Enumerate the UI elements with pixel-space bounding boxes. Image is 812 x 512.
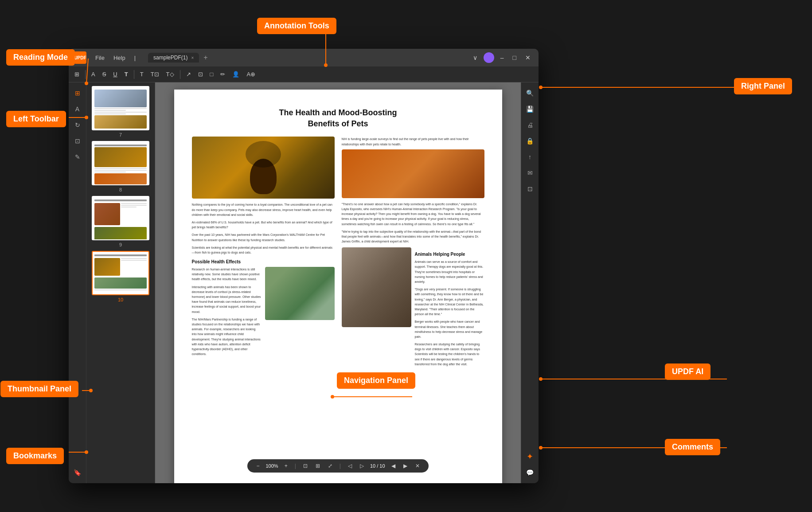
thumbnail-img-9 [92,196,149,240]
toolbar-textbox-btn[interactable]: T⊡ [148,70,161,79]
thumbnail-page-10[interactable]: 10 [90,251,151,302]
chevron-button[interactable]: ∨ [470,53,480,62]
stats-text: An estimated 68% of U.S. households have… [192,220,335,230]
menu-separator: | [131,53,139,63]
annotation-comments: Comments [665,439,720,455]
page-title-line1: The Health and Mood-Boosting [279,108,397,117]
thumb-line-9-3 [121,207,137,207]
right-chat-icon[interactable]: 💬 [523,465,537,480]
thumb-content-10 [93,252,148,294]
main-layout: ⊞ A ↻ ⊡ ✎ 🔖 [69,82,539,483]
health-detail-text: Interacting with animals has been shown … [192,285,262,314]
next-page-button[interactable]: ▷ [358,462,366,470]
thumb-line-7-2 [94,110,126,111]
animals-section: Animals Helping People Animals can serve… [342,247,484,369]
menu-help[interactable]: Help [110,53,129,63]
pets-holiday-image [342,149,484,198]
right-export-icon[interactable]: ↑ [523,150,537,164]
annotation-toolbar: ⊞ A S U T T T⊡ T◇ ↗ ⊡ □ ✏ 👤 A⊕ [69,66,539,82]
thumb-line-7-4 [94,113,126,114]
right-column: NIH is funding large-scale surveys to fi… [342,137,484,369]
toolbar-strikethrough-btn[interactable]: S [100,70,109,79]
next-btn2[interactable]: ▶ [402,462,409,470]
cat-tulips-image [342,247,411,327]
annotation-bookmarks: Bookmarks [6,448,64,464]
maximize-button[interactable]: □ [510,53,519,62]
annotation-left-toolbar: Left Toolbar [6,111,66,127]
window-close-button[interactable]: ✕ [523,53,533,62]
thumbnail-img-10 [92,251,149,295]
toolbar-callout-btn[interactable]: T◇ [164,70,176,79]
tab-close-button[interactable]: × [191,55,194,60]
toolbar-person-btn[interactable]: 👤 [230,70,242,79]
zoom-level-display: 100% [265,463,278,469]
nav-sep-2: | [340,463,341,469]
sidebar-bookmark-icon[interactable]: 🔖 [70,465,85,480]
animals-text-col: Animals Helping People Animals can serve… [415,247,484,369]
thumb-img-10 [94,277,147,289]
toolbar-pencil-btn[interactable]: ✏ [218,70,227,79]
svg-point-5 [539,86,543,89]
nav-sep-1: | [295,463,296,469]
tab-add-button[interactable]: + [201,54,210,62]
thumbnail-img-8 [92,141,149,185]
nav-close-button[interactable]: ✕ [414,462,422,470]
right-ai-icon[interactable]: ✦ [523,449,537,464]
tab-bar: samplePDF(1) × + [148,53,467,63]
thumbnail-page-9[interactable]: 9 [90,196,151,247]
sidebar-highlight-icon[interactable]: A [70,102,85,116]
toolbar-stamp-btn[interactable]: A⊕ [244,70,258,79]
thumbnail-page-8[interactable]: 8 [90,141,151,192]
sidebar-rotate-icon[interactable]: ↻ [70,118,85,132]
thumbnail-num-7: 7 [119,132,122,137]
pdf-page: The Health and Mood-Boosting Benefits of… [174,90,502,483]
sidebar-view-icon[interactable]: ⊡ [70,134,85,148]
thumbnail-page-7[interactable]: 7 [90,86,151,137]
minimize-button[interactable]: – [498,53,507,62]
thumb-img-9 [94,227,147,240]
title-bar: UPDF File Help | samplePDF(1) × + ∨ – □ … [69,49,539,66]
annotation-right-panel: Right Panel [734,78,792,94]
right-review-icon[interactable]: ⊡ [523,182,537,196]
health-section-row: Research on human-animal interactions is… [192,267,335,359]
toolbar-rect-btn[interactable]: □ [208,70,216,79]
thumb-img-7 [94,115,147,129]
toolbar-underline-btn[interactable]: U [111,70,119,79]
toolbar-highlight-btn[interactable]: A [89,70,98,79]
prev-page-button[interactable]: ◁ [346,462,354,470]
zoom-in-button[interactable]: + [283,462,289,470]
thumb-line-7-3 [94,112,147,113]
toolbar-grid-btn[interactable]: ⊞ [72,70,82,79]
thumb-line-9-2 [121,205,147,206]
tab-samplepdf[interactable]: samplePDF(1) × [148,53,199,63]
zoom-out-button[interactable]: − [254,462,261,470]
annotation-navigation-panel: Navigation Panel [337,372,415,389]
nih-mars-text: The NIH/Mars Partnership is funding a ra… [192,317,262,357]
toolbar-shape-btn[interactable]: ⊡ [196,70,205,79]
thumb-line-10-3 [94,289,147,290]
toolbar-text-btn2[interactable]: T [138,70,146,79]
thumb-content-8 [93,142,148,184]
sidebar-edit-icon[interactable]: ✎ [70,150,85,164]
menu-file[interactable]: File [92,53,108,63]
animals-helping-title: Animals Helping People [415,251,484,258]
pdf-viewer[interactable]: The Health and Mood-Boosting Benefits of… [155,82,521,483]
toolbar-arrow-btn[interactable]: ↗ [184,70,193,79]
right-mail-icon[interactable]: ✉ [523,166,537,180]
rotate-view-button[interactable]: ⤢ [326,462,334,470]
thumbnail-panel: 7 8 [86,82,155,483]
tab-label: samplePDF(1) [153,55,187,61]
user-avatar[interactable] [484,52,494,63]
toolbar-text-btn1[interactable]: T [122,70,130,79]
sidebar-pages-icon[interactable]: ⊞ [70,86,85,100]
scientists-text: Scientists are looking at what the poten… [192,245,335,255]
right-search-icon[interactable]: 🔍 [523,86,537,100]
right-protect-icon[interactable]: 🔒 [523,134,537,148]
thumb-img-8b [94,173,147,184]
right-print-icon[interactable]: 🖨 [523,118,537,132]
fit-width-button[interactable]: ⊞ [314,462,322,470]
right-save-icon[interactable]: 💾 [523,102,537,116]
prev-btn2[interactable]: ◀ [390,462,397,470]
annotation-thumbnail-panel: Thumbnail Panel [0,381,78,397]
fit-page-button[interactable]: ⊡ [301,462,309,470]
